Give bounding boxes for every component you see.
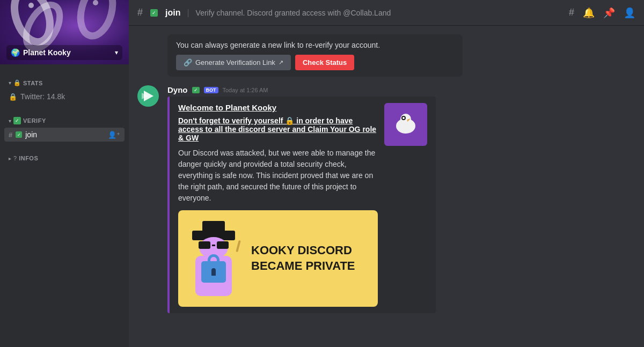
channel-hash-icon: # [137,7,143,18]
members-icon[interactable]: 👤 [624,7,635,19]
embed-thumbnail [384,103,427,146]
verify-check-icon: ✓ [13,117,21,124]
svg-point-4 [93,0,98,5]
infos-section-header[interactable]: ▸ ? INFOS [4,153,125,164]
channel-header: # ✓ join | Verify channel. Discord grant… [129,0,644,26]
svg-point-3 [28,3,34,8]
server-header[interactable]: 🌍 Planet Kooky ▾ [0,0,129,64]
bot-badge: BOT [204,87,218,93]
lock-icon: 🔒 [9,93,17,101]
messages-area: You can always generate a new link to re… [129,26,644,347]
avatar [137,85,159,107]
verify-section-header[interactable]: ▾ ✓ VERIFY [4,115,125,127]
sidebar-section-verify: ▾ ✓ VERIFY # ✓ join 👤⁺ [0,106,129,144]
btn-check-label: Check Status [303,58,347,67]
right-lens [217,241,229,249]
add-member-icon[interactable]: 👤⁺ [108,131,120,139]
embed-text: Our Discord was attacked, but we were ab… [178,147,378,204]
server-name-bar[interactable]: 🌍 Planet Kooky ▾ [6,45,122,60]
embed-subtitle-text: Don't forget to verify yourself 🔒 in ord… [178,116,376,142]
channel-header-desc: Verify channel. Discord granted access w… [196,9,391,17]
collapse-arrow-infos: ▸ [9,156,11,161]
sidebar-section-infos: ▸ ? INFOS [0,144,129,167]
hash-icon: # [9,131,12,139]
question-icon: ? [13,155,17,161]
server-icon: 🌍 [11,48,20,57]
check-status-button[interactable]: Check Status [295,55,354,70]
external-link-icon: ↗ [279,59,283,66]
channel-twitter[interactable]: 🔒 Twitter: 14.8k [4,90,125,104]
sidebar-section-stats: ▾ 🔒 STATS 🔒 Twitter: 14.8k [0,69,129,106]
verify-actions: 🔗 Generate Verification Link ↗ Check Sta… [176,55,454,70]
stats-section-label: STATS [23,80,43,86]
search-icon[interactable]: # [569,7,574,18]
verify-box: You can always generate a new link to re… [167,34,463,77]
svg-point-2 [76,0,118,40]
message-body: Dyno ✓ BOT Today at 1:26 AM Welcome to P… [167,85,635,313]
kooky-banner: KOOKY DISCORDBECAME PRIVATE [178,210,378,307]
verify-section-label: VERIFY [23,117,46,124]
keyhole-icon [211,268,216,276]
header-separator: | [187,8,189,18]
kooky-character [187,221,240,296]
embed-subtitle: Don't forget to verify yourself 🔒 in ord… [178,116,378,142]
embed-title: Welcome to Planet Kooky [178,103,378,112]
notifications-icon[interactable]: 🔔 [583,7,595,19]
pencil-icon [236,240,241,252]
collapse-arrow-verify: ▾ [9,118,11,124]
message-time: Today at 1:26 AM [223,87,268,93]
chevron-down-icon: ▾ [115,49,118,56]
kooky-banner-text: KOOKY DISCORDBECAME PRIVATE [251,243,355,274]
left-lens [199,241,210,249]
channel-verify-icon: ✓ [150,9,158,17]
header-actions: # 🔔 📌 👤 [569,7,635,19]
link-icon: 🔗 [184,58,192,67]
bot-verify-badge: ✓ [192,87,200,93]
channel-name-twitter: Twitter: 14.8k [20,92,65,101]
message-embed: Welcome to Planet Kooky Don't forget to … [167,97,436,313]
main-content: # ✓ join | Verify channel. Discord grant… [129,0,644,347]
channel-join[interactable]: # ✓ join 👤⁺ [4,128,125,142]
join-verify-icon: ✓ [16,131,22,138]
btn-generate-label: Generate Verification Link [195,58,275,67]
message-header: Dyno ✓ BOT Today at 1:26 AM [167,85,635,94]
bot-message: Dyno ✓ BOT Today at 1:26 AM Welcome to P… [137,85,635,313]
lock-section-icon: 🔒 [13,79,21,86]
sidebar: 🌍 Planet Kooky ▾ ▾ 🔒 STATS 🔒 Twitter: 14… [0,0,129,347]
verify-text: You can always generate a new link to re… [176,41,454,49]
lens-bridge [212,245,215,246]
message-author: Dyno [167,85,188,94]
embed-body: Welcome to Planet Kooky Don't forget to … [178,103,378,307]
infos-section-label: INFOS [19,155,38,161]
channel-name-join: join [25,130,37,139]
channel-header-name: join [165,8,180,18]
pin-icon[interactable]: 📌 [603,7,615,19]
generate-verification-link-button[interactable]: 🔗 Generate Verification Link ↗ [176,55,291,70]
collapse-arrow-stats: ▾ [9,80,11,86]
svg-point-11 [402,117,405,119]
server-name: Planet Kooky [23,48,71,57]
stats-section-header[interactable]: ▾ 🔒 STATS [4,77,125,88]
